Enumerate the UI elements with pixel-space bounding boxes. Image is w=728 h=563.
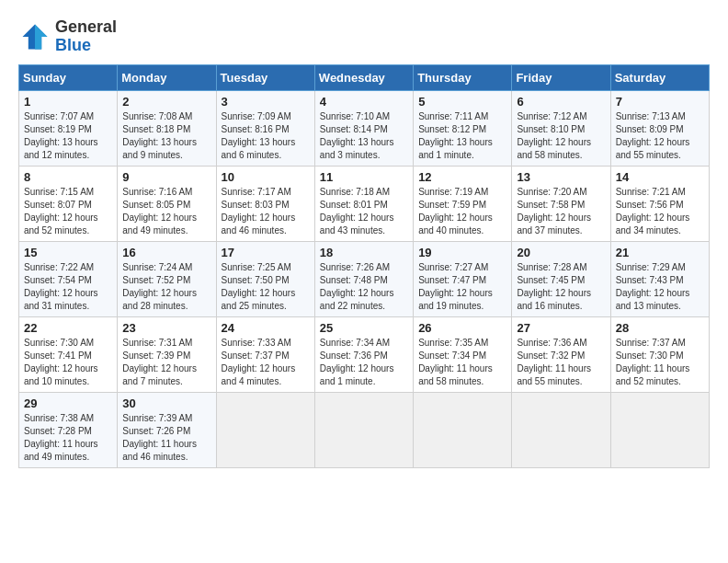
calendar-day-cell: 1 Sunrise: 7:07 AM Sunset: 8:19 PM Dayli… xyxy=(19,90,118,166)
calendar-day-cell: 6 Sunrise: 7:12 AM Sunset: 8:10 PM Dayli… xyxy=(512,90,610,166)
day-number: 11 xyxy=(320,170,408,184)
day-info: Sunrise: 7:15 AM Sunset: 8:07 PM Dayligh… xyxy=(24,186,112,237)
calendar-day-cell: 10 Sunrise: 7:17 AM Sunset: 8:03 PM Dayl… xyxy=(216,166,314,241)
day-info: Sunrise: 7:26 AM Sunset: 7:48 PM Dayligh… xyxy=(320,261,408,313)
day-number: 14 xyxy=(616,170,704,184)
calendar-day-cell xyxy=(414,392,512,467)
day-number: 1 xyxy=(24,95,112,109)
day-info: Sunrise: 7:08 AM Sunset: 8:18 PM Dayligh… xyxy=(122,110,210,162)
day-info: Sunrise: 7:30 AM Sunset: 7:41 PM Dayligh… xyxy=(24,337,112,388)
calendar-day-cell: 24 Sunrise: 7:33 AM Sunset: 7:37 PM Dayl… xyxy=(216,316,314,392)
day-info: Sunrise: 7:31 AM Sunset: 7:39 PM Dayligh… xyxy=(122,337,210,388)
svg-marker-1 xyxy=(35,24,48,49)
day-number: 25 xyxy=(320,321,408,335)
day-number: 2 xyxy=(122,95,210,109)
day-info: Sunrise: 7:22 AM Sunset: 7:54 PM Dayligh… xyxy=(24,261,112,313)
page-header: General Blue xyxy=(18,18,710,55)
day-number: 29 xyxy=(24,396,112,410)
calendar-week-row: 15 Sunrise: 7:22 AM Sunset: 7:54 PM Dayl… xyxy=(19,241,710,316)
day-number: 19 xyxy=(418,246,506,259)
day-info: Sunrise: 7:24 AM Sunset: 7:52 PM Dayligh… xyxy=(122,261,210,313)
day-info: Sunrise: 7:28 AM Sunset: 7:45 PM Dayligh… xyxy=(517,261,605,313)
day-number: 16 xyxy=(122,246,210,259)
day-number: 21 xyxy=(616,246,704,259)
calendar-day-cell: 5 Sunrise: 7:11 AM Sunset: 8:12 PM Dayli… xyxy=(414,90,512,166)
calendar-day-cell: 20 Sunrise: 7:28 AM Sunset: 7:45 PM Dayl… xyxy=(512,241,610,316)
day-number: 6 xyxy=(517,95,605,109)
day-info: Sunrise: 7:38 AM Sunset: 7:28 PM Dayligh… xyxy=(24,412,112,464)
day-info: Sunrise: 7:27 AM Sunset: 7:47 PM Dayligh… xyxy=(418,261,506,313)
calendar-day-cell xyxy=(610,392,709,467)
day-info: Sunrise: 7:37 AM Sunset: 7:30 PM Dayligh… xyxy=(616,337,704,388)
day-info: Sunrise: 7:12 AM Sunset: 8:10 PM Dayligh… xyxy=(517,110,605,162)
logo-text: General Blue xyxy=(55,18,117,55)
logo: General Blue xyxy=(18,18,117,55)
day-of-week-header: Sunday xyxy=(19,64,118,90)
day-info: Sunrise: 7:11 AM Sunset: 8:12 PM Dayligh… xyxy=(418,110,506,162)
logo-icon xyxy=(18,20,51,53)
calendar-day-cell: 2 Sunrise: 7:08 AM Sunset: 8:18 PM Dayli… xyxy=(118,90,216,166)
calendar-day-cell: 30 Sunrise: 7:39 AM Sunset: 7:26 PM Dayl… xyxy=(118,392,216,467)
day-number: 8 xyxy=(24,170,112,184)
calendar-day-cell: 9 Sunrise: 7:16 AM Sunset: 8:05 PM Dayli… xyxy=(118,166,216,241)
calendar-day-cell: 4 Sunrise: 7:10 AM Sunset: 8:14 PM Dayli… xyxy=(314,90,413,166)
day-number: 27 xyxy=(517,321,605,335)
day-number: 15 xyxy=(24,246,112,259)
calendar-week-row: 8 Sunrise: 7:15 AM Sunset: 8:07 PM Dayli… xyxy=(19,166,710,241)
day-info: Sunrise: 7:16 AM Sunset: 8:05 PM Dayligh… xyxy=(122,186,210,237)
calendar-day-cell: 16 Sunrise: 7:24 AM Sunset: 7:52 PM Dayl… xyxy=(118,241,216,316)
day-of-week-header: Monday xyxy=(118,64,216,90)
day-number: 9 xyxy=(122,170,210,184)
day-number: 23 xyxy=(122,321,210,335)
day-info: Sunrise: 7:25 AM Sunset: 7:50 PM Dayligh… xyxy=(222,261,310,313)
day-info: Sunrise: 7:33 AM Sunset: 7:37 PM Dayligh… xyxy=(222,337,310,388)
calendar-day-cell: 19 Sunrise: 7:27 AM Sunset: 7:47 PM Dayl… xyxy=(414,241,512,316)
calendar-day-cell: 8 Sunrise: 7:15 AM Sunset: 8:07 PM Dayli… xyxy=(19,166,118,241)
day-number: 5 xyxy=(418,95,506,109)
calendar-week-row: 22 Sunrise: 7:30 AM Sunset: 7:41 PM Dayl… xyxy=(19,316,710,392)
day-number: 10 xyxy=(222,170,310,184)
calendar-day-cell: 3 Sunrise: 7:09 AM Sunset: 8:16 PM Dayli… xyxy=(216,90,314,166)
day-number: 18 xyxy=(320,246,408,259)
day-of-week-header: Friday xyxy=(512,64,610,90)
calendar-day-cell: 26 Sunrise: 7:35 AM Sunset: 7:34 PM Dayl… xyxy=(414,316,512,392)
day-info: Sunrise: 7:10 AM Sunset: 8:14 PM Dayligh… xyxy=(320,110,408,162)
calendar-day-cell: 22 Sunrise: 7:30 AM Sunset: 7:41 PM Dayl… xyxy=(19,316,118,392)
day-info: Sunrise: 7:17 AM Sunset: 8:03 PM Dayligh… xyxy=(222,186,310,237)
day-number: 7 xyxy=(616,95,704,109)
calendar-day-cell: 15 Sunrise: 7:22 AM Sunset: 7:54 PM Dayl… xyxy=(19,241,118,316)
day-info: Sunrise: 7:21 AM Sunset: 7:56 PM Dayligh… xyxy=(616,186,704,237)
calendar-day-cell xyxy=(314,392,413,467)
day-of-week-header: Wednesday xyxy=(314,64,413,90)
calendar-week-row: 1 Sunrise: 7:07 AM Sunset: 8:19 PM Dayli… xyxy=(19,90,710,166)
day-info: Sunrise: 7:07 AM Sunset: 8:19 PM Dayligh… xyxy=(24,110,112,162)
calendar-day-cell: 23 Sunrise: 7:31 AM Sunset: 7:39 PM Dayl… xyxy=(118,316,216,392)
calendar-day-cell: 14 Sunrise: 7:21 AM Sunset: 7:56 PM Dayl… xyxy=(610,166,709,241)
day-number: 12 xyxy=(418,170,506,184)
day-info: Sunrise: 7:19 AM Sunset: 7:59 PM Dayligh… xyxy=(418,186,506,237)
calendar-day-cell xyxy=(216,392,314,467)
day-info: Sunrise: 7:35 AM Sunset: 7:34 PM Dayligh… xyxy=(418,337,506,388)
day-number: 4 xyxy=(320,95,408,109)
calendar-day-cell: 25 Sunrise: 7:34 AM Sunset: 7:36 PM Dayl… xyxy=(314,316,413,392)
calendar-day-cell: 18 Sunrise: 7:26 AM Sunset: 7:48 PM Dayl… xyxy=(314,241,413,316)
calendar-day-cell: 29 Sunrise: 7:38 AM Sunset: 7:28 PM Dayl… xyxy=(19,392,118,467)
day-number: 17 xyxy=(222,246,310,259)
calendar-day-cell: 11 Sunrise: 7:18 AM Sunset: 8:01 PM Dayl… xyxy=(314,166,413,241)
calendar-day-cell xyxy=(512,392,610,467)
day-info: Sunrise: 7:36 AM Sunset: 7:32 PM Dayligh… xyxy=(517,337,605,388)
day-of-week-header: Thursday xyxy=(414,64,512,90)
calendar-day-cell: 27 Sunrise: 7:36 AM Sunset: 7:32 PM Dayl… xyxy=(512,316,610,392)
calendar-day-cell: 7 Sunrise: 7:13 AM Sunset: 8:09 PM Dayli… xyxy=(610,90,709,166)
day-number: 22 xyxy=(24,321,112,335)
day-info: Sunrise: 7:34 AM Sunset: 7:36 PM Dayligh… xyxy=(320,337,408,388)
day-info: Sunrise: 7:20 AM Sunset: 7:58 PM Dayligh… xyxy=(517,186,605,237)
calendar-header-row: SundayMondayTuesdayWednesdayThursdayFrid… xyxy=(19,64,710,90)
day-info: Sunrise: 7:18 AM Sunset: 8:01 PM Dayligh… xyxy=(320,186,408,237)
day-of-week-header: Tuesday xyxy=(216,64,314,90)
day-number: 3 xyxy=(222,95,310,109)
calendar-table: SundayMondayTuesdayWednesdayThursdayFrid… xyxy=(18,64,710,468)
day-number: 26 xyxy=(418,321,506,335)
day-of-week-header: Saturday xyxy=(610,64,709,90)
calendar-day-cell: 21 Sunrise: 7:29 AM Sunset: 7:43 PM Dayl… xyxy=(610,241,709,316)
